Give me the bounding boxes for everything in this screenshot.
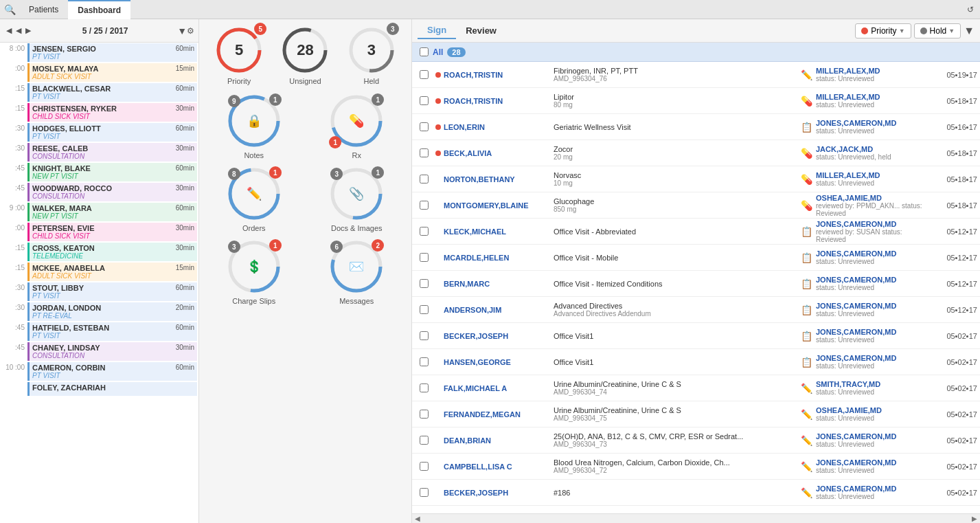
appointment-block[interactable]: 15min MOSLEY, MALAYA ADULT SICK VISIT	[27, 63, 197, 82]
search-icon[interactable]: 🔍	[0, 0, 19, 19]
row-checkbox[interactable]	[415, 383, 433, 392]
table-row[interactable]: KLECK,MICHAEL Office Visit - Abbreviated…	[412, 219, 980, 245]
appointment-block[interactable]: 60min CAMERON, CORBIN PT VISIT	[27, 362, 197, 381]
schedule-row[interactable]: 8 :00 60min JENSEN, SERGIO PT VISIT	[0, 43, 198, 63]
hold-filter-btn[interactable]: Hold ▼	[914, 23, 961, 38]
row-checkbox[interactable]	[415, 357, 433, 366]
dashboard-tab[interactable]: Dashboard	[68, 0, 130, 19]
row-checkbox[interactable]	[415, 331, 433, 340]
filter-btn[interactable]: ▼	[177, 25, 187, 36]
table-row[interactable]: MONTGOMERY,BLAINE Glucophage 850 mg 💊 OS…	[412, 192, 980, 219]
table-row[interactable]: BERN,MARC Office Visit - Itemized Condit…	[412, 271, 980, 297]
schedule-row[interactable]: FOLEY, ZACHARIAH	[0, 381, 198, 397]
row-checkbox[interactable]	[415, 175, 433, 183]
row-checkbox[interactable]	[415, 410, 433, 419]
prev2-btn[interactable]: ◀	[14, 25, 23, 36]
schedule-row[interactable]: :30 30min REESE, CALEB CONSULTATION	[0, 142, 198, 162]
filter-icon-btn[interactable]: ▼	[964, 25, 975, 37]
schedule-row[interactable]: :30 60min STOUT, LIBBY PT VISIT	[0, 282, 198, 302]
table-row[interactable]: LEON,ERIN Geriatric Wellness Visit 📋 JON…	[412, 114, 980, 140]
messages-widget[interactable]: ✉️ 2 6 Messages	[309, 239, 405, 305]
table-row[interactable]: BECK,ALIVIA Zocor 20 mg 💊 JACK,JACK,MD s…	[412, 140, 980, 166]
table-row[interactable]: FERNANDEZ,MEGAN Urine Albumin/Creatinine…	[412, 401, 980, 427]
row-checkbox[interactable]	[415, 227, 433, 236]
table-row[interactable]: MCARDLE,HELEN Office Visit - Mobile 📋 JO…	[412, 245, 980, 271]
appointment-block[interactable]: FOLEY, ZACHARIAH	[27, 382, 197, 396]
orders-widget[interactable]: ✏️ 1 8 Orders	[206, 166, 302, 232]
table-row[interactable]: HANSEN,GEORGE Office Visit1 📋 JONES,CAME…	[412, 349, 980, 375]
priority-widget[interactable]: 5 5 Priority	[215, 26, 263, 85]
table-row[interactable]: ROACH,TRISTIN Lipitor 80 mg 💊 MILLER,ALE…	[412, 88, 980, 114]
row-checkbox[interactable]	[415, 201, 433, 210]
charge-slips-widget[interactable]: 💲 1 3 Charge Slips	[206, 239, 302, 305]
row-checkbox[interactable]	[415, 253, 433, 262]
table-row[interactable]: ROACH,TRISTIN Fibrinogen, INR, PT, PTT A…	[412, 62, 980, 88]
time-label: :45	[0, 182, 27, 202]
row-checkbox[interactable]	[415, 96, 433, 105]
table-row[interactable]: ANDERSON,JIM Advanced Directives Advance…	[412, 297, 980, 323]
row-checkbox[interactable]	[415, 436, 433, 445]
prev-btn[interactable]: ◀	[4, 25, 14, 36]
appointment-block[interactable]: 60min KNIGHT, BLAKE NEW PT VISIT	[27, 163, 197, 181]
appointment-block[interactable]: 30min CHRISTENSEN, RYKER CHILD SICK VISI…	[27, 103, 197, 122]
priority-dot-cell	[433, 124, 444, 130]
appointment-block[interactable]: 30min CROSS, KEATON TELEMEDICINE	[27, 243, 197, 261]
row-checkbox[interactable]	[415, 122, 433, 131]
appointment-block[interactable]: 15min MCKEE, ANABELLA ADULT SICK VISIT	[27, 263, 197, 281]
table-row[interactable]: FALK,MICHAEL A Urine Albumin/Creatinine,…	[412, 375, 980, 401]
schedule-row[interactable]: :45 30min CHANEY, LINDSAY CONSULTATION	[0, 342, 198, 361]
table-row[interactable]: CAMPBELL,LISA C Blood Urea Nitrogen, Cal…	[412, 454, 980, 480]
doc-type-icon: ✏️	[797, 435, 816, 446]
appointment-block[interactable]: 60min HATFIELD, ESTEBAN PT VISIT	[27, 322, 197, 341]
scroll-right[interactable]: ▶	[972, 515, 977, 522]
appointment-block[interactable]: 20min JORDAN, LONDON PT RE-EVAL	[27, 302, 197, 321]
sign-tab[interactable]: Sign	[418, 22, 456, 39]
refresh-icon[interactable]: ↺	[961, 0, 980, 19]
appointment-block[interactable]: 30min PETERSEN, EVIE CHILD SICK VISIT	[27, 223, 197, 241]
table-row[interactable]: BECKER,JOSEPH #186 ✏️ JONES,CAMERON,MD s…	[412, 480, 980, 506]
table-row[interactable]: DEAN,BRIAN 25(OH)D, ANA, B12, C & S, CMV…	[412, 427, 980, 454]
schedule-row[interactable]: :45 30min WOODWARD, ROCCO CONSULTATION	[0, 182, 198, 202]
notes-widget[interactable]: 🔒 1 9 Notes	[206, 93, 302, 159]
appointment-block[interactable]: 30min REESE, CALEB CONSULTATION	[27, 143, 197, 162]
schedule-row[interactable]: 10 :00 60min CAMERON, CORBIN PT VISIT	[0, 361, 198, 381]
held-widget[interactable]: 3 3 Held	[347, 26, 396, 85]
row-checkbox[interactable]	[415, 462, 433, 471]
row-checkbox[interactable]	[415, 279, 433, 288]
priority-filter-btn[interactable]: Priority ▼	[855, 23, 911, 38]
schedule-row[interactable]: :15 60min BLACKWELL, CESAR PT VISIT	[0, 82, 198, 102]
schedule-row[interactable]: :15 30min CROSS, KEATON TELEMEDICINE	[0, 242, 198, 262]
appointment-block[interactable]: 60min WALKER, MARA NEW PT VISIT	[27, 203, 197, 221]
appointment-block[interactable]: 30min CHANEY, LINDSAY CONSULTATION	[27, 342, 197, 361]
table-row[interactable]: BECKER,JOSEPH Office Visit1 📋 JONES,CAME…	[412, 323, 980, 349]
next-btn[interactable]: ▶	[23, 25, 33, 36]
review-tab[interactable]: Review	[456, 23, 506, 38]
schedule-row[interactable]: :15 30min CHRISTENSEN, RYKER CHILD SICK …	[0, 102, 198, 122]
row-checkbox[interactable]	[415, 70, 433, 79]
schedule-row[interactable]: :00 15min MOSLEY, MALAYA ADULT SICK VISI…	[0, 63, 198, 82]
schedule-row[interactable]: :30 20min JORDAN, LONDON PT RE-EVAL	[0, 302, 198, 322]
appointment-block[interactable]: 30min WOODWARD, ROCCO CONSULTATION	[27, 183, 197, 201]
table-row[interactable]: NORTON,BETHANY Norvasc 10 mg 💊 MILLER,AL…	[412, 166, 980, 192]
row-checkbox[interactable]	[415, 305, 433, 314]
schedule-row[interactable]: :45 60min KNIGHT, BLAKE NEW PT VISIT	[0, 162, 198, 182]
unsigned-widget[interactable]: 28 Unsigned	[281, 26, 329, 85]
row-checkbox[interactable]	[415, 148, 433, 157]
appointment-block[interactable]: 60min HODGES, ELLIOTT PT VISIT	[27, 123, 197, 142]
scroll-left[interactable]: ◀	[415, 515, 420, 522]
patients-tab[interactable]: Patients	[19, 0, 68, 19]
select-all-checkbox[interactable]	[415, 47, 433, 56]
appointment-block[interactable]: 60min BLACKWELL, CESAR PT VISIT	[27, 83, 197, 102]
schedule-row[interactable]: :30 60min HODGES, ELLIOTT PT VISIT	[0, 122, 198, 142]
appointment-block[interactable]: 60min JENSEN, SERGIO PT VISIT	[27, 43, 197, 62]
schedule-row[interactable]: :00 30min PETERSEN, EVIE CHILD SICK VISI…	[0, 222, 198, 242]
schedule-row[interactable]: :15 15min MCKEE, ANABELLA ADULT SICK VIS…	[0, 262, 198, 282]
detail-main: Office Visit - Mobile	[554, 254, 797, 262]
rx-widget[interactable]: 💊 1 1 Rx	[309, 93, 405, 159]
appointment-block[interactable]: 60min STOUT, LIBBY PT VISIT	[27, 282, 197, 301]
docs-images-widget[interactable]: 📎 1 3 Docs & Images	[309, 166, 405, 232]
row-checkbox[interactable]	[415, 488, 433, 497]
schedule-row[interactable]: 9 :00 60min WALKER, MARA NEW PT VISIT	[0, 202, 198, 222]
settings-btn[interactable]: ⚙	[187, 26, 194, 36]
schedule-row[interactable]: :45 60min HATFIELD, ESTEBAN PT VISIT	[0, 322, 198, 342]
